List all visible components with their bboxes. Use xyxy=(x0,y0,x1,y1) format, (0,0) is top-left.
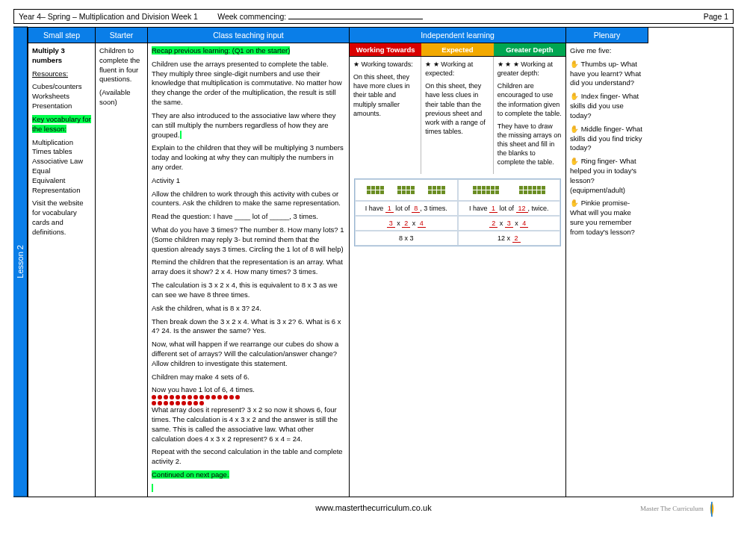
col-small-step: Small step xyxy=(28,28,96,43)
page-header: Year 4– Spring – Multiplication and Divi… xyxy=(13,9,734,24)
page-number: Page 1 xyxy=(704,12,728,21)
resources-label: Resources: xyxy=(32,69,68,78)
feather-icon xyxy=(705,500,719,518)
gd-body: ★ ★ ★ Working at greater depth: Children… xyxy=(494,57,565,174)
plenary-middle: ✋ Middle finger- What skills did you fin… xyxy=(570,125,645,153)
plenary-index: ✋ Index finger- What skills did you use … xyxy=(570,92,645,120)
red-dot-array xyxy=(152,395,241,405)
resources-list: Cubes/counters Worksheets Presentation xyxy=(32,82,91,111)
ci-p10: Then break down the 3 x 2 x 4. What is 3… xyxy=(152,317,345,337)
ci-p11: Now, what will happen if we rearrange ou… xyxy=(152,340,345,368)
plenary-pinkie: ✋ Pinkie promise- What will you make sur… xyxy=(570,199,645,237)
ci-act1: Activity 1 xyxy=(152,176,345,186)
wt-text: On this sheet, they have more clues in t… xyxy=(353,72,417,118)
ci-p13b: What array does it represent? 3 x 2 so n… xyxy=(152,405,338,442)
wt-star: ★ Working towards: xyxy=(353,60,417,69)
lesson-tab: Lesson 2 xyxy=(13,27,28,497)
ci-p7: Remind the children that the representat… xyxy=(152,258,345,277)
starter-cell: Children to complete the fluent in four … xyxy=(96,43,148,497)
diag-r2: 2 x 3 x 4 xyxy=(458,216,561,231)
wt-body: ★ Working towards: On this sheet, they h… xyxy=(350,57,421,174)
plenary-title: Give me five: xyxy=(570,46,645,56)
independent-cell: Working Towards Expected Greater Depth ★… xyxy=(350,43,566,497)
footer-url: www.masterthecurriculum.co.uk xyxy=(315,503,431,512)
gd-text1: Children are encouraged to use the infor… xyxy=(498,81,562,118)
ex-star: ★ ★ Working at expected: xyxy=(425,60,489,78)
wt-header: Working Towards xyxy=(350,43,421,57)
recap-heading: Recap previous learning: (Q1 on the star… xyxy=(152,46,290,55)
ci-p4: Allow the children to work through this … xyxy=(152,190,345,209)
diag-l3: 8 x 3 xyxy=(355,231,458,246)
gd-star: ★ ★ ★ Working at greater depth: xyxy=(498,60,562,78)
array-diagram: I have 1 lot of 8, 3 times. I have 1 lot… xyxy=(354,178,561,246)
plenary-cell: Give me five: ✋ Thumbs up- What have you… xyxy=(566,43,648,497)
col-plenary: Plenary xyxy=(566,28,648,43)
col-class-input: Class teaching input xyxy=(148,28,350,43)
vocab-list: Multiplication Times tables Associative … xyxy=(32,138,91,196)
main-content: Lesson 2 Small step Starter Class teachi… xyxy=(13,27,734,497)
ci-p1: Children use the arrays presented to com… xyxy=(152,60,345,108)
ci-p5: Read the question: I have ____ lot of __… xyxy=(152,212,345,222)
ci-p3: Explain to the children that they will b… xyxy=(152,143,345,172)
lesson-grid: Small step Starter Class teaching input … xyxy=(28,27,734,497)
ci-p6: What do you have 3 times? The number 8. … xyxy=(152,225,345,254)
diag-l2: 3 x 2 x 4 xyxy=(355,216,458,231)
ci-continued: Continued on next page. xyxy=(152,470,229,479)
ci-p2: They are also introduced to the associat… xyxy=(152,111,336,139)
starter-avail: (Available soon) xyxy=(99,88,143,108)
ci-p8: The calculation is 3 x 2 x 4, this is eq… xyxy=(152,281,345,300)
ex-header: Expected xyxy=(421,43,493,57)
page-footer: www.masterthecurriculum.co.uk Master The… xyxy=(13,503,734,512)
col-starter: Starter xyxy=(96,28,148,43)
ci-p14: Repeat with the second calculation in th… xyxy=(152,447,345,467)
vocab-note: Visit the website for vocabulary cards a… xyxy=(32,199,91,237)
step-title: Multiply 3 numbers xyxy=(32,46,65,64)
vocab-label: Key vocabulary for the lesson: xyxy=(32,115,91,133)
diag-r1: I have 1 lot of 12, twice. xyxy=(458,201,561,216)
doc-title: Year 4– Spring – Multiplication and Divi… xyxy=(19,12,198,21)
ci-p13a: Now you have 1 lot of 6, 4 times. xyxy=(152,385,255,393)
class-input-cell: Recap previous learning: (Q1 on the star… xyxy=(148,43,350,497)
gd-header: Greater Depth xyxy=(494,43,565,57)
plenary-thumb: ✋ Thumbs up- What have you learnt? What … xyxy=(570,60,645,88)
small-step-cell: Multiply 3 numbers Resources: Cubes/coun… xyxy=(28,43,96,497)
starter-text: Children to complete the fluent in four … xyxy=(99,46,143,84)
week-commencing-blank xyxy=(288,19,423,19)
diag-r3: 12 x 2 xyxy=(458,231,561,246)
ex-body: ★ ★ Working at expected: On this sheet, … xyxy=(421,57,493,174)
ex-text: On this sheet, they have less clues in t… xyxy=(425,81,489,136)
col-independent: Independent learning xyxy=(350,28,566,43)
plenary-ring: ✋ Ring finger- What helped you in today'… xyxy=(570,157,645,195)
gd-text2: They have to draw the missing arrays on … xyxy=(498,122,562,167)
week-commencing-label: Week commencing: xyxy=(217,12,286,21)
brand-logo: Master The Curriculum xyxy=(640,500,719,518)
ci-p9: Ask the children, what is 8 x 3? 24. xyxy=(152,304,345,314)
ci-p12: Children may make 4 sets of 6. xyxy=(152,373,345,382)
diag-l1: I have 1 lot of 8, 3 times. xyxy=(355,201,458,216)
